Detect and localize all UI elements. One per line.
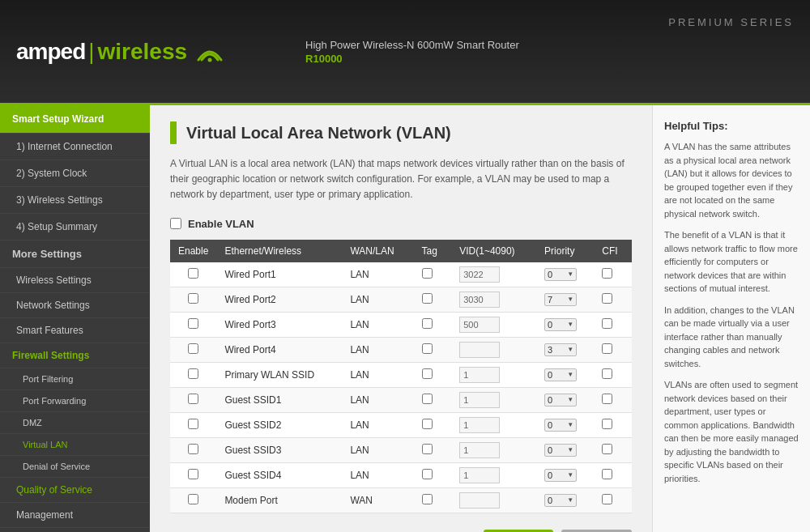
product-model: R10000	[305, 53, 519, 65]
row-enable-checkbox[interactable]	[188, 419, 198, 429]
row-enable-checkbox[interactable]	[188, 268, 198, 279]
right-panel: Helpful Tips: A VLAN has the same attrib…	[652, 105, 810, 532]
sidebar-item-smart-setup-wizard[interactable]: Smart Setup Wizard	[0, 105, 150, 134]
row-priority-value: 0	[548, 420, 567, 430]
row-enable-checkbox[interactable]	[188, 318, 198, 329]
row-vid-input[interactable]	[459, 417, 500, 433]
priority-dropdown-arrow[interactable]: ▼	[567, 321, 573, 328]
priority-dropdown-arrow[interactable]: ▼	[567, 396, 573, 403]
row-enable-checkbox[interactable]	[188, 469, 198, 479]
sidebar-item-port-forwarding[interactable]: Port Forwarding	[0, 390, 150, 412]
row-cfi-checkbox[interactable]	[602, 469, 612, 479]
row-vid-input[interactable]	[459, 266, 500, 283]
row-tag-checkbox[interactable]	[422, 368, 433, 379]
row-vid-input[interactable]	[459, 392, 500, 408]
col-wan-lan: WAN/LAN	[342, 240, 413, 262]
row-vid-input[interactable]	[459, 292, 500, 308]
row-wan-lan: LAN	[342, 387, 413, 412]
apply-button[interactable]: APPLY	[484, 530, 553, 532]
row-wan-lan: LAN	[342, 312, 413, 337]
row-tag-checkbox[interactable]	[422, 343, 433, 354]
row-vid-input[interactable]	[459, 342, 500, 358]
col-tag: Tag	[414, 240, 452, 262]
row-vid-input[interactable]	[459, 367, 500, 383]
sidebar-firewall-settings[interactable]: Firewall Settings	[0, 343, 150, 368]
main-layout: Smart Setup Wizard 1) Internet Connectio…	[0, 105, 810, 532]
row-tag-checkbox[interactable]	[422, 469, 433, 479]
sidebar-item-smart-features[interactable]: Smart Features	[0, 318, 150, 343]
row-tag-checkbox[interactable]	[422, 394, 433, 404]
row-wan-lan: LAN	[342, 262, 413, 287]
sidebar-item-dmz[interactable]: DMZ	[0, 412, 150, 434]
row-vid-input[interactable]	[459, 467, 500, 483]
table-row: Wired Port3LAN0▼	[170, 312, 632, 337]
sidebar-item-quality-of-service[interactable]: Quality of Service	[0, 478, 150, 503]
sidebar-item-setup-summary[interactable]: 4) Setup Summary	[0, 214, 150, 240]
row-enable-checkbox[interactable]	[188, 394, 198, 404]
sidebar-item-virtual-lan[interactable]: Virtual LAN	[0, 434, 150, 456]
sidebar-item-management[interactable]: Management	[0, 503, 150, 528]
priority-dropdown-arrow[interactable]: ▼	[567, 496, 573, 504]
row-enable-checkbox[interactable]	[188, 444, 198, 454]
row-tag-checkbox[interactable]	[422, 318, 433, 329]
header: amped | wireless High Power Wireless-N 6…	[0, 0, 810, 105]
helpful-tips-para-1: A VLAN has the same attributes as a phys…	[664, 140, 799, 220]
row-enable-checkbox[interactable]	[188, 494, 198, 504]
sidebar-item-port-filtering[interactable]: Port Filtering	[0, 368, 150, 390]
enable-vlan-checkbox[interactable]	[170, 218, 181, 229]
row-cfi-checkbox[interactable]	[602, 268, 612, 279]
row-ethernet: Primary WLAN SSID	[216, 362, 342, 387]
priority-dropdown-arrow[interactable]: ▼	[567, 371, 573, 378]
row-tag-checkbox[interactable]	[422, 293, 433, 304]
table-row: Wired Port1LAN0▼	[170, 262, 632, 287]
row-priority-value: 0	[548, 395, 567, 405]
row-priority-value: 0	[548, 445, 567, 455]
reset-button[interactable]: RESET	[561, 530, 632, 532]
priority-dropdown-arrow[interactable]: ▼	[567, 296, 573, 303]
row-wan-lan: LAN	[342, 437, 413, 462]
table-row: Guest SSID1LAN0▼	[170, 387, 632, 412]
priority-dropdown-arrow[interactable]: ▼	[567, 270, 573, 278]
row-ethernet: Guest SSID2	[216, 412, 342, 437]
sidebar-item-wireless-settings[interactable]: Wireless Settings	[0, 268, 150, 293]
sidebar-item-system-clock[interactable]: 2) System Clock	[0, 160, 150, 187]
row-vid-input[interactable]	[459, 317, 500, 333]
row-tag-checkbox[interactable]	[422, 494, 433, 504]
page-title-row: Virtual Local Area Network (VLAN)	[170, 121, 632, 144]
row-cfi-checkbox[interactable]	[602, 444, 612, 454]
row-cfi-checkbox[interactable]	[602, 494, 612, 504]
row-vid-input[interactable]	[459, 442, 500, 458]
sidebar-more-settings[interactable]: More Settings	[0, 240, 150, 268]
row-cfi-checkbox[interactable]	[602, 343, 612, 354]
helpful-tips-title: Helpful Tips:	[664, 120, 799, 132]
product-info: High Power Wireless-N 600mW Smart Router…	[305, 39, 519, 65]
sidebar-item-wireless-settings-wizard[interactable]: 3) Wireless Settings	[0, 187, 150, 214]
row-cfi-checkbox[interactable]	[602, 318, 612, 329]
page-title: Virtual Local Area Network (VLAN)	[186, 124, 451, 143]
row-cfi-checkbox[interactable]	[602, 394, 612, 404]
row-tag-checkbox[interactable]	[422, 419, 433, 429]
row-vid-input[interactable]	[459, 492, 500, 509]
row-tag-checkbox[interactable]	[422, 444, 433, 454]
row-cfi-checkbox[interactable]	[602, 368, 612, 379]
button-row: APPLY RESET	[170, 530, 632, 532]
row-enable-checkbox[interactable]	[188, 368, 198, 379]
product-name: High Power Wireless-N 600mW Smart Router	[305, 39, 519, 51]
sidebar-item-denial-of-service[interactable]: Denial of Service	[0, 456, 150, 478]
priority-dropdown-arrow[interactable]: ▼	[567, 446, 573, 453]
row-priority-value: 3	[548, 345, 567, 355]
row-enable-checkbox[interactable]	[188, 343, 198, 354]
row-enable-checkbox[interactable]	[188, 293, 198, 304]
priority-dropdown-arrow[interactable]: ▼	[567, 471, 573, 479]
sidebar-item-network-settings[interactable]: Network Settings	[0, 293, 150, 318]
row-cfi-checkbox[interactable]	[602, 419, 612, 429]
priority-dropdown-arrow[interactable]: ▼	[567, 421, 573, 428]
premium-series-label: PREMIUM SERIES	[668, 16, 794, 28]
row-tag-checkbox[interactable]	[422, 268, 433, 279]
row-ethernet: Wired Port1	[216, 262, 342, 287]
row-cfi-checkbox[interactable]	[602, 293, 612, 304]
row-wan-lan: LAN	[342, 462, 413, 487]
sidebar-item-internet-connection[interactable]: 1) Internet Connection	[0, 134, 150, 160]
priority-dropdown-arrow[interactable]: ▼	[567, 346, 573, 353]
col-enable: Enable	[170, 240, 216, 262]
